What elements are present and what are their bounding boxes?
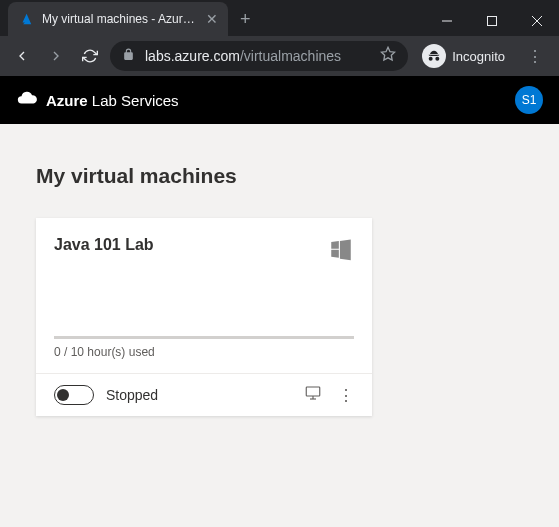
bookmark-icon[interactable]	[380, 46, 396, 66]
windows-icon	[328, 236, 354, 266]
vm-status: Stopped	[106, 387, 158, 403]
url-host: labs.azure.com	[145, 48, 240, 64]
cloud-icon	[16, 87, 38, 113]
window-titlebar: My virtual machines - Azure Lab ✕ +	[0, 0, 559, 36]
minimize-button[interactable]	[424, 6, 469, 36]
svg-marker-4	[382, 47, 395, 60]
main-content: My virtual machines Java 101 Lab 0 / 10 …	[0, 124, 559, 456]
power-toggle[interactable]	[54, 385, 94, 405]
lock-icon	[122, 47, 135, 65]
page-content: Azure Lab Services S1 My virtual machine…	[0, 76, 559, 527]
app-header: Azure Lab Services S1	[0, 76, 559, 124]
browser-tab[interactable]: My virtual machines - Azure Lab ✕	[8, 2, 228, 36]
toggle-knob	[57, 389, 69, 401]
app-logo[interactable]: Azure Lab Services	[16, 87, 179, 113]
new-tab-button[interactable]: +	[240, 9, 251, 30]
browser-menu-button[interactable]: ⋮	[519, 47, 551, 66]
maximize-button[interactable]	[469, 6, 514, 36]
url-path: /virtualmachines	[240, 48, 341, 64]
incognito-indicator: Incognito	[414, 44, 513, 68]
user-avatar[interactable]: S1	[515, 86, 543, 114]
more-options-icon[interactable]: ⋮	[338, 386, 354, 405]
tab-title: My virtual machines - Azure Lab	[42, 12, 198, 26]
address-bar[interactable]: labs.azure.com/virtualmachines	[110, 41, 408, 71]
back-button[interactable]	[8, 42, 36, 70]
app-name: Azure Lab Services	[46, 92, 179, 109]
url-text: labs.azure.com/virtualmachines	[145, 48, 370, 64]
svg-rect-5	[306, 387, 320, 396]
azure-favicon	[18, 11, 34, 27]
usage-progress-bar	[54, 336, 354, 339]
connect-icon[interactable]	[304, 384, 322, 406]
incognito-label: Incognito	[452, 49, 505, 64]
page-title: My virtual machines	[36, 164, 523, 188]
reload-button[interactable]	[76, 42, 104, 70]
vm-name: Java 101 Lab	[54, 236, 154, 254]
tab-close-icon[interactable]: ✕	[206, 11, 218, 27]
incognito-icon	[422, 44, 446, 68]
close-window-button[interactable]	[514, 6, 559, 36]
svg-rect-1	[487, 17, 496, 26]
usage-text: 0 / 10 hour(s) used	[54, 345, 354, 359]
vm-card: Java 101 Lab 0 / 10 hour(s) used Stopped…	[36, 218, 372, 416]
window-controls	[424, 6, 559, 36]
browser-toolbar: labs.azure.com/virtualmachines Incognito…	[0, 36, 559, 76]
forward-button[interactable]	[42, 42, 70, 70]
